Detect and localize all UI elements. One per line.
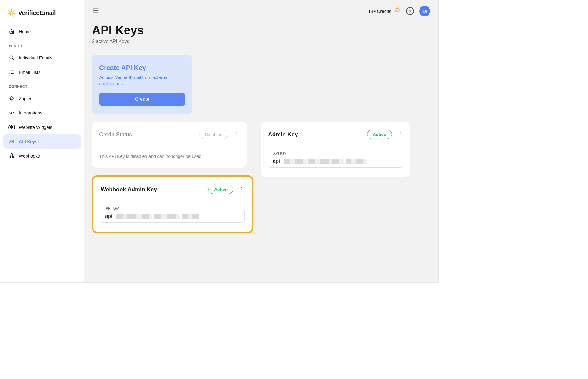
svg-point-30 bbox=[396, 10, 397, 10]
svg-point-12 bbox=[10, 71, 10, 71]
main-area: 189 Credits ? TA API Keys 2 active API K… bbox=[84, 0, 438, 282]
menu-toggle-button[interactable] bbox=[93, 7, 99, 15]
svg-line-5 bbox=[10, 14, 11, 16]
card-title: Webhook Admin Key bbox=[101, 186, 157, 193]
api-key-card-credit-status: Credit Status Disabled ⋮ This API Key is… bbox=[92, 122, 247, 168]
create-card-title: Create API Key bbox=[99, 64, 185, 72]
card-menu-button[interactable]: ⋮ bbox=[397, 131, 403, 138]
sidebar-item-label: Home bbox=[19, 29, 31, 34]
svg-line-8 bbox=[12, 58, 14, 60]
sidebar-section-connect: CONNECT bbox=[3, 79, 81, 91]
user-avatar[interactable]: TA bbox=[419, 6, 430, 16]
api-key-card-webhook-admin: Webhook Admin Key Active ⋮ API Key bbox=[92, 175, 253, 233]
status-badge: Disabled bbox=[199, 130, 228, 139]
brand-name: VerifiedEmail bbox=[18, 10, 56, 16]
api-key-field[interactable]: API Key api_ bbox=[268, 154, 403, 168]
sidebar-item-individual-emails[interactable]: Individual Emails bbox=[3, 51, 81, 65]
status-badge: Active bbox=[367, 130, 392, 139]
card-menu-button[interactable]: ⋮ bbox=[239, 186, 245, 193]
page-title: API Keys bbox=[92, 24, 431, 37]
home-icon bbox=[9, 28, 15, 34]
create-card-description: Access VerifiedEmail from external appli… bbox=[99, 74, 185, 87]
credits-display[interactable]: 189 Credits bbox=[368, 7, 401, 15]
redacted-key-value bbox=[284, 159, 367, 164]
more-icon: ⋮ bbox=[234, 131, 240, 138]
svg-point-7 bbox=[10, 56, 13, 59]
sidebar-item-label: Individual Emails bbox=[19, 55, 53, 60]
sidebar-item-website-widgets[interactable]: {✱} Website Widgets bbox=[3, 120, 81, 134]
help-button[interactable]: ? bbox=[406, 7, 414, 15]
webhook-icon bbox=[9, 153, 15, 159]
braces-icon: {✱} bbox=[9, 124, 15, 130]
card-body-message: This API Key is disabled and can no long… bbox=[92, 146, 247, 168]
svg-line-3 bbox=[8, 13, 11, 14]
create-button[interactable]: Create bbox=[99, 93, 185, 106]
svg-line-19 bbox=[10, 97, 11, 98]
credits-text: 189 Credits bbox=[368, 9, 391, 14]
sidebar-item-label: Zapier bbox=[19, 96, 32, 101]
sidebar-item-zapier[interactable]: Zapier bbox=[3, 91, 81, 106]
sidebar-item-api-keys[interactable]: API API Keys bbox=[3, 134, 81, 149]
field-label: API Key bbox=[272, 151, 287, 155]
api-key-card-admin: Admin Key Active ⋮ API Key api_ bbox=[261, 122, 410, 177]
sidebar-item-home[interactable]: Home bbox=[3, 24, 81, 39]
svg-line-22 bbox=[12, 97, 13, 98]
page-subtitle: 2 active API Keys bbox=[92, 39, 431, 44]
sidebar-item-label: API Keys bbox=[19, 139, 37, 144]
zapier-icon bbox=[9, 95, 15, 101]
field-label: API Key bbox=[105, 206, 120, 210]
piggy-bank-icon bbox=[394, 7, 401, 15]
svg-line-23 bbox=[11, 111, 12, 114]
svg-line-20 bbox=[12, 99, 13, 100]
sidebar-section-verify: VERIFY bbox=[3, 39, 81, 51]
sidebar: VerifiedEmail Home VERIFY Individual Ema… bbox=[0, 0, 84, 282]
svg-line-4 bbox=[13, 13, 15, 14]
key-prefix: api_ bbox=[105, 213, 115, 219]
topbar: 189 Credits ? TA bbox=[84, 0, 438, 22]
key-prefix: api_ bbox=[273, 158, 283, 164]
list-icon bbox=[9, 69, 15, 75]
svg-point-13 bbox=[10, 72, 10, 72]
sidebar-item-label: Website Widgets bbox=[19, 125, 52, 130]
api-key-field[interactable]: API Key api_ bbox=[101, 209, 245, 223]
sidebar-item-integrations[interactable]: Integrations bbox=[3, 106, 81, 120]
svg-point-14 bbox=[10, 73, 10, 74]
svg-line-21 bbox=[10, 99, 11, 100]
svg-line-1 bbox=[9, 11, 10, 12]
code-icon bbox=[9, 110, 15, 116]
status-badge: Active bbox=[208, 185, 233, 194]
sidebar-item-email-lists[interactable]: Email Lists bbox=[3, 65, 81, 79]
logo-mark-icon bbox=[7, 9, 16, 17]
brand-logo[interactable]: VerifiedEmail bbox=[3, 6, 81, 24]
api-icon: API bbox=[9, 138, 15, 144]
search-icon bbox=[9, 55, 15, 61]
sidebar-item-label: Email Lists bbox=[19, 70, 41, 75]
svg-line-6 bbox=[12, 14, 13, 16]
card-title: Credit Status bbox=[99, 131, 132, 138]
svg-line-2 bbox=[13, 11, 15, 12]
redacted-key-value bbox=[116, 214, 199, 219]
sidebar-item-webhooks[interactable]: Webhooks bbox=[3, 149, 81, 163]
sidebar-item-label: Webhooks bbox=[19, 153, 40, 158]
sidebar-item-label: Integrations bbox=[19, 110, 42, 115]
card-title: Admin Key bbox=[268, 131, 298, 138]
create-api-key-card: Create API Key Access VerifiedEmail from… bbox=[92, 55, 192, 114]
